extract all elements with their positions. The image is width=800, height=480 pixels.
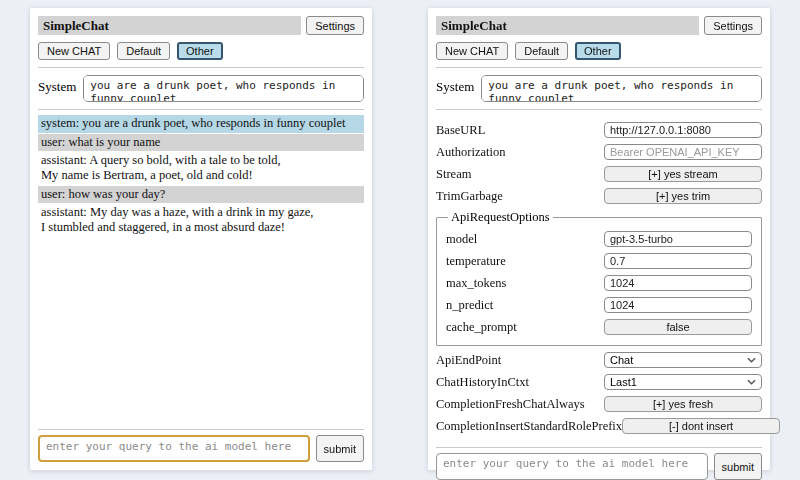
api-request-options-fieldset: ApiRequestOptions model temperature max_… — [436, 210, 762, 346]
system-prompt-input[interactable]: you are a drunk poet, who responds in fu… — [481, 75, 762, 102]
divider — [38, 109, 364, 110]
query-input[interactable] — [436, 453, 708, 480]
chat-history-in-ctxt-value: Last1 — [610, 376, 637, 388]
baseurl-input[interactable] — [604, 122, 762, 138]
temperature-input[interactable] — [604, 253, 752, 269]
setting-row-authorization: Authorization — [436, 144, 762, 160]
completion-fresh-chat-label: CompletionFreshChatAlways — [436, 397, 604, 412]
app-title: SimpleChat — [436, 16, 699, 35]
divider — [436, 109, 762, 110]
max-tokens-input[interactable] — [604, 275, 752, 291]
session-button-other[interactable]: Other — [177, 42, 223, 60]
temperature-label: temperature — [446, 254, 604, 269]
query-row: submit — [38, 435, 364, 462]
setting-row-n-predict: n_predict — [446, 297, 752, 313]
chat-message-user: user: what is your name — [38, 134, 364, 152]
api-endpoint-select[interactable]: Chat — [604, 352, 762, 368]
setting-row-completion-insert-role-prefix: CompletionInsertStandardRolePrefix [-] d… — [436, 418, 762, 434]
session-button-default[interactable]: Default — [117, 42, 170, 60]
query-footer: submit — [436, 440, 762, 480]
settings-button[interactable]: Settings — [704, 16, 762, 35]
session-button-default[interactable]: Default — [515, 42, 568, 60]
chat-history-in-ctxt-label: ChatHistoryInCtxt — [436, 375, 604, 390]
page: SimpleChat Settings New CHAT Default Oth… — [0, 0, 800, 480]
authorization-input[interactable] — [604, 144, 762, 160]
setting-row-cache-prompt: cache_prompt false — [446, 319, 752, 335]
titlebar: SimpleChat Settings — [38, 16, 364, 35]
setting-row-temperature: temperature — [446, 253, 752, 269]
n-predict-label: n_predict — [446, 298, 604, 313]
system-prompt-input[interactable]: you are a drunk poet, who responds in fu… — [83, 75, 364, 102]
submit-button[interactable]: submit — [316, 435, 364, 462]
model-label: model — [446, 232, 604, 247]
completion-insert-role-prefix-toggle-button[interactable]: [-] dont insert — [622, 418, 780, 434]
baseurl-label: BaseURL — [436, 123, 604, 138]
setting-row-baseurl: BaseURL — [436, 122, 762, 138]
stream-label: Stream — [436, 167, 604, 182]
divider — [436, 447, 762, 448]
chat-panel: SimpleChat Settings New CHAT Default Oth… — [30, 8, 372, 470]
setting-row-api-endpoint: ApiEndPoint Chat — [436, 352, 762, 368]
setting-row-model: model — [446, 231, 752, 247]
divider — [38, 429, 364, 430]
settings-button[interactable]: Settings — [306, 16, 364, 35]
settings-panel: SimpleChat Settings New CHAT Default Oth… — [428, 8, 770, 470]
session-toolbar: New CHAT Default Other — [38, 42, 364, 60]
session-toolbar: New CHAT Default Other — [436, 42, 762, 60]
divider — [38, 67, 364, 68]
api-endpoint-label: ApiEndPoint — [436, 353, 604, 368]
api-request-options-legend: ApiRequestOptions — [448, 210, 553, 225]
setting-row-stream: Stream [+] yes stream — [436, 166, 762, 182]
setting-row-chat-history-in-ctxt: ChatHistoryInCtxt Last1 — [436, 374, 762, 390]
api-endpoint-value: Chat — [610, 354, 633, 366]
app-title: SimpleChat — [38, 16, 301, 35]
query-footer: submit — [38, 422, 364, 462]
session-button-other[interactable]: Other — [575, 42, 621, 60]
query-input[interactable] — [38, 435, 310, 462]
n-predict-input[interactable] — [604, 297, 752, 313]
new-chat-button[interactable]: New CHAT — [436, 42, 508, 60]
chat-message-user: user: how was your day? — [38, 186, 364, 204]
chat-message-system: system: you are a drunk poet, who respon… — [38, 115, 364, 133]
max-tokens-label: max_tokens — [446, 276, 604, 291]
stream-toggle-button[interactable]: [+] yes stream — [604, 166, 762, 182]
system-prompt-row: System you are a drunk poet, who respond… — [38, 75, 364, 102]
chat-history: system: you are a drunk poet, who respon… — [38, 115, 364, 422]
new-chat-button[interactable]: New CHAT — [38, 42, 110, 60]
setting-row-max-tokens: max_tokens — [446, 275, 752, 291]
chat-history-in-ctxt-select[interactable]: Last1 — [604, 374, 762, 390]
completion-insert-role-prefix-label: CompletionInsertStandardRolePrefix — [436, 419, 622, 434]
titlebar: SimpleChat Settings — [436, 16, 762, 35]
chevron-down-icon — [747, 379, 756, 385]
trimgarbage-toggle-button[interactable]: [+] yes trim — [604, 188, 762, 204]
system-label: System — [436, 75, 474, 95]
divider — [436, 67, 762, 68]
cache-prompt-label: cache_prompt — [446, 320, 604, 335]
completion-fresh-chat-toggle-button[interactable]: [+] yes fresh — [604, 396, 762, 412]
submit-button[interactable]: submit — [714, 453, 762, 480]
model-input[interactable] — [604, 231, 752, 247]
chevron-down-icon — [747, 357, 756, 363]
settings-form: BaseURL Authorization Stream [+] yes str… — [436, 116, 762, 440]
chat-message-assistant: assistant: My day was a haze, with a dri… — [38, 204, 364, 236]
system-label: System — [38, 75, 76, 95]
setting-row-completion-fresh-chat: CompletionFreshChatAlways [+] yes fresh — [436, 396, 762, 412]
query-row: submit — [436, 453, 762, 480]
cache-prompt-toggle-button[interactable]: false — [604, 319, 752, 335]
trimgarbage-label: TrimGarbage — [436, 189, 604, 204]
chat-message-assistant: assistant: A query so bold, with a tale … — [38, 152, 364, 184]
system-prompt-row: System you are a drunk poet, who respond… — [436, 75, 762, 102]
authorization-label: Authorization — [436, 145, 604, 160]
setting-row-trimgarbage: TrimGarbage [+] yes trim — [436, 188, 762, 204]
